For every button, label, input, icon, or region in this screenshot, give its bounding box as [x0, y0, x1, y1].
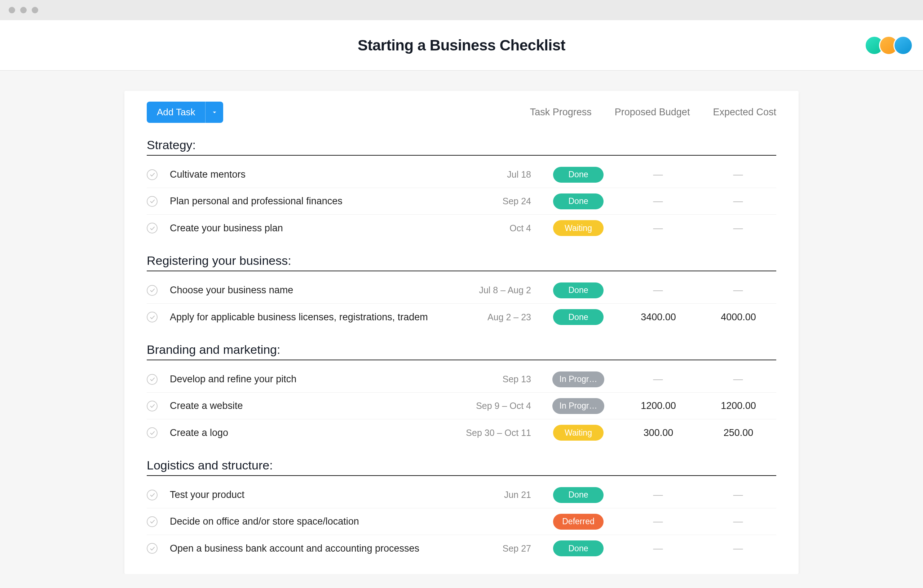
budget-cell[interactable]: 300.00	[621, 427, 696, 439]
status-cell[interactable]: In Progr…	[540, 372, 616, 387]
task-name[interactable]: Choose your business name	[170, 285, 460, 296]
complete-check-icon[interactable]	[147, 223, 158, 233]
task-row[interactable]: Test your productJun 21Done——	[147, 482, 776, 508]
budget-cell[interactable]: 3400.00	[621, 312, 696, 323]
complete-check-icon[interactable]	[147, 374, 158, 385]
task-row[interactable]: Create your business planOct 4Waiting——	[147, 215, 776, 241]
task-name[interactable]: Cultivate mentors	[170, 169, 460, 180]
complete-check-icon[interactable]	[147, 285, 158, 296]
avatar[interactable]	[893, 36, 913, 55]
status-cell[interactable]: In Progr…	[540, 398, 616, 414]
task-row[interactable]: Open a business bank account and account…	[147, 535, 776, 562]
complete-check-icon[interactable]	[147, 543, 158, 554]
task-date[interactable]: Sep 13	[464, 374, 536, 385]
task-name[interactable]: Develop and refine your pitch	[170, 373, 460, 385]
status-cell[interactable]: Deferred	[540, 514, 616, 530]
section-title[interactable]: Strategy:	[147, 138, 776, 156]
cost-cell[interactable]: —	[701, 169, 776, 180]
col-cost[interactable]: Expected Cost	[713, 106, 776, 118]
complete-check-icon[interactable]	[147, 312, 158, 323]
status-cell[interactable]: Done	[540, 167, 616, 183]
task-name[interactable]: Open a business bank account and account…	[170, 543, 460, 554]
task-name[interactable]: Create a website	[170, 400, 460, 411]
budget-cell[interactable]: —	[621, 169, 696, 180]
task-date[interactable]: Jun 21	[464, 490, 536, 500]
task-date[interactable]: Oct 4	[464, 223, 536, 233]
budget-cell[interactable]: —	[621, 196, 696, 207]
col-progress[interactable]: Task Progress	[530, 106, 592, 118]
content: Add Task Task Progress Proposed Budget E…	[0, 70, 923, 574]
task-name[interactable]: Create your business plan	[170, 223, 460, 234]
cost-cell[interactable]: 1200.00	[701, 400, 776, 411]
complete-check-icon[interactable]	[147, 401, 158, 411]
add-task-group: Add Task	[147, 102, 223, 123]
task-panel: Add Task Task Progress Proposed Budget E…	[125, 91, 798, 574]
col-budget[interactable]: Proposed Budget	[615, 106, 690, 118]
status-cell[interactable]: Done	[540, 309, 616, 325]
task-row[interactable]: Apply for applicable business licenses, …	[147, 304, 776, 330]
task-date[interactable]: Jul 8 – Aug 2	[464, 285, 536, 295]
complete-check-icon[interactable]	[147, 196, 158, 207]
cost-cell[interactable]: —	[701, 516, 776, 527]
complete-check-icon[interactable]	[147, 427, 158, 438]
toolbar: Add Task Task Progress Proposed Budget E…	[147, 102, 776, 123]
task-row[interactable]: Decide on office and/or store space/loca…	[147, 508, 776, 535]
budget-cell[interactable]: 1200.00	[621, 400, 696, 411]
task-name[interactable]: Test your product	[170, 489, 460, 500]
cost-cell[interactable]: 4000.00	[701, 312, 776, 323]
task-row[interactable]: Create a websiteSep 9 – Oct 4In Progr…12…	[147, 393, 776, 419]
status-badge: Done	[553, 541, 604, 556]
task-date[interactable]: Sep 9 – Oct 4	[464, 401, 536, 411]
task-date[interactable]: Aug 2 – 23	[464, 312, 536, 323]
cost-cell[interactable]: —	[701, 223, 776, 234]
budget-cell[interactable]: —	[621, 516, 696, 527]
task-date[interactable]: Sep 30 – Oct 11	[464, 427, 536, 438]
status-cell[interactable]: Done	[540, 193, 616, 209]
budget-cell[interactable]: —	[621, 489, 696, 500]
task-date[interactable]: Jul 18	[464, 169, 536, 180]
task-row[interactable]: Create a logoSep 30 – Oct 11Waiting300.0…	[147, 419, 776, 446]
budget-cell[interactable]: —	[621, 285, 696, 296]
section: Logistics and structure:Test your produc…	[147, 458, 776, 562]
budget-cell[interactable]: —	[621, 223, 696, 234]
cost-cell[interactable]: —	[701, 543, 776, 554]
section-title[interactable]: Registering your business:	[147, 254, 776, 271]
add-task-dropdown-button[interactable]	[205, 102, 223, 123]
status-badge: Waiting	[553, 425, 604, 441]
status-cell[interactable]: Waiting	[540, 425, 616, 441]
status-cell[interactable]: Waiting	[540, 220, 616, 236]
status-cell[interactable]: Done	[540, 487, 616, 503]
add-task-button[interactable]: Add Task	[147, 102, 205, 123]
cost-cell[interactable]: —	[701, 489, 776, 500]
cost-cell[interactable]: —	[701, 196, 776, 207]
task-name[interactable]: Apply for applicable business licenses, …	[170, 312, 460, 323]
status-cell[interactable]: Done	[540, 541, 616, 556]
window-dot	[9, 7, 15, 13]
task-date[interactable]: Sep 24	[464, 196, 536, 206]
task-row[interactable]: Plan personal and professional financesS…	[147, 188, 776, 215]
budget-cell[interactable]: —	[621, 543, 696, 554]
section-title[interactable]: Branding and marketing:	[147, 342, 776, 360]
section-title[interactable]: Logistics and structure:	[147, 458, 776, 476]
task-row[interactable]: Cultivate mentorsJul 18Done——	[147, 161, 776, 188]
cost-cell[interactable]: —	[701, 373, 776, 385]
task-date[interactable]: Sep 27	[464, 543, 536, 554]
task-name[interactable]: Decide on office and/or store space/loca…	[170, 516, 460, 527]
status-badge: Done	[553, 309, 604, 325]
status-badge: Waiting	[553, 220, 604, 236]
complete-check-icon[interactable]	[147, 516, 158, 527]
task-row[interactable]: Develop and refine your pitchSep 13In Pr…	[147, 366, 776, 393]
status-cell[interactable]: Done	[540, 282, 616, 298]
task-name[interactable]: Create a logo	[170, 427, 460, 439]
budget-cell[interactable]: —	[621, 373, 696, 385]
cost-cell[interactable]: —	[701, 285, 776, 296]
task-row[interactable]: Choose your business nameJul 8 – Aug 2Do…	[147, 277, 776, 304]
complete-check-icon[interactable]	[147, 169, 158, 180]
page-title: Starting a Business Checklist	[358, 37, 565, 54]
status-badge: Done	[553, 193, 604, 209]
cost-cell[interactable]: 250.00	[701, 427, 776, 439]
task-name[interactable]: Plan personal and professional finances	[170, 196, 460, 207]
window-dot	[20, 7, 27, 13]
chevron-down-icon	[211, 109, 218, 116]
complete-check-icon[interactable]	[147, 490, 158, 500]
